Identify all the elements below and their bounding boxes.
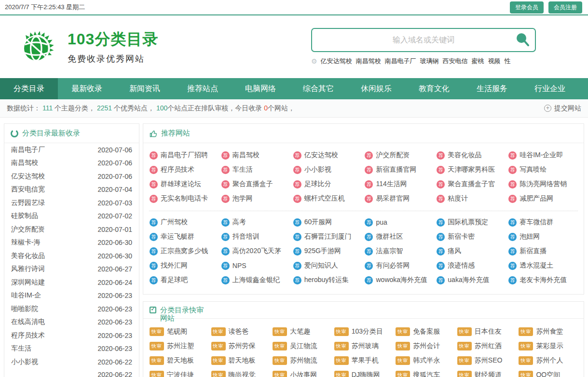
site-name[interactable]: 国际机票预定: [448, 218, 488, 227]
site-name[interactable]: 苏州会计: [413, 342, 440, 350]
fast-review-site-link[interactable]: 快审 苏州注塑: [148, 339, 210, 353]
fast-review-site-link[interactable]: 快审 日本住友: [456, 324, 518, 339]
list-item[interactable]: 哇谷IM-企 2020-06-23: [4, 289, 139, 303]
recommended-site-link[interactable]: 荐 石狮晋江到厦门: [292, 229, 364, 244]
hot-keyword-link[interactable]: 亿安达驾校: [321, 57, 352, 65]
recommended-site-link[interactable]: 荐 114生活网: [363, 177, 435, 191]
hot-keyword-link[interactable]: 南昌驾校: [356, 57, 381, 65]
site-name[interactable]: 南昌电子厂招聘: [161, 151, 208, 160]
hot-keyword-link[interactable]: 西安电信: [443, 57, 468, 65]
site-name[interactable]: 抖音培训: [232, 232, 260, 241]
site-name[interactable]: QQ空间: [536, 371, 560, 377]
site-name[interactable]: 苏州SEO: [475, 356, 503, 365]
site-name[interactable]: 美容化妆品: [448, 151, 481, 160]
site-name[interactable]: uaka海外充值: [448, 276, 489, 284]
site-name[interactable]: 南昌驾校: [11, 159, 38, 167]
site-name[interactable]: 新宿直播: [520, 247, 547, 256]
site-name[interactable]: 韩式半永: [413, 356, 440, 365]
site-name[interactable]: 日本住友: [475, 327, 502, 336]
recommended-site-link[interactable]: 荐 陈沩亮网络营销: [507, 177, 579, 191]
site-name[interactable]: 大笔趣: [290, 327, 310, 336]
submit-site-link[interactable]: + 提交网站: [544, 104, 581, 113]
site-name[interactable]: 天津哪家男科医: [448, 165, 495, 174]
hot-keyword-link[interactable]: 视频: [488, 57, 501, 65]
recommended-site-link[interactable]: 荐 有问必答网: [363, 258, 435, 273]
site-name[interactable]: 痛风: [448, 247, 461, 256]
site-name[interactable]: 莱彩显示: [536, 342, 563, 350]
fast-review-site-link[interactable]: 快审 103分类目: [333, 324, 395, 339]
recommended-site-link[interactable]: 荐 法嘉宗智: [363, 244, 435, 258]
recommended-site-link[interactable]: 荐 上海锻鑫金银纪: [220, 273, 292, 287]
list-item[interactable]: 风雅行诗词 2020-06-27: [4, 263, 139, 276]
nav-item[interactable]: 生活服务: [463, 78, 521, 99]
list-item[interactable]: 辣椒卡-海 2020-06-30: [4, 236, 139, 250]
recommended-site-link[interactable]: 荐 减肥产品网: [507, 191, 579, 206]
search-input[interactable]: [312, 29, 535, 51]
list-item[interactable]: 2020-06-22: [4, 369, 139, 377]
recommended-site-link[interactable]: 荐 925G手游网: [292, 244, 364, 258]
recommended-site-link[interactable]: 荐 亿安达驾校: [292, 148, 364, 162]
site-name[interactable]: 925G手游网: [304, 247, 341, 256]
recommended-site-link[interactable]: 荐 看足球吧: [148, 273, 220, 287]
site-name[interactable]: 螺杆式空压机: [304, 194, 345, 203]
fast-review-site-link[interactable]: 快审 苏州物流: [271, 353, 333, 368]
site-name[interactable]: 南昌驾校: [232, 151, 260, 160]
fast-review-site-link[interactable]: 快审 QQ空间: [517, 368, 579, 377]
site-name[interactable]: 南昌电子厂: [11, 146, 45, 154]
fast-review-site-link[interactable]: 快审 吴江物流: [271, 339, 333, 353]
recommended-site-link[interactable]: 荐 群雄球迷论坛: [148, 177, 220, 191]
site-name[interactable]: 程序员技术: [11, 331, 45, 340]
nav-item[interactable]: 新闻资讯: [116, 78, 174, 99]
site-name[interactable]: 苏州劳保: [229, 342, 256, 350]
site-name[interactable]: 赛车微信群: [520, 218, 553, 227]
list-item[interactable]: 南昌电子厂 2020-07-06: [4, 143, 139, 157]
site-name[interactable]: 聚合直播盒子官: [448, 180, 495, 188]
list-item[interactable]: 深圳网站建 2020-06-24: [4, 276, 139, 289]
site-name[interactable]: 苏州物流: [290, 356, 317, 365]
hot-keyword-link[interactable]: 玻璃钢: [420, 57, 439, 65]
recommended-site-link[interactable]: 荐 微群社区: [363, 229, 435, 244]
recommended-site-link[interactable]: 荐 易采群官网: [363, 191, 435, 206]
site-name[interactable]: 啪啪影院: [11, 305, 38, 313]
site-name[interactable]: 粘度计: [448, 194, 468, 203]
site-name[interactable]: 碧天地板: [167, 356, 194, 365]
site-name[interactable]: 搜狐汽车: [413, 371, 440, 377]
site-name[interactable]: 在线高清电: [11, 318, 45, 326]
recommended-site-link[interactable]: 荐 正宗燕窝多少钱: [148, 244, 220, 258]
recommended-site-link[interactable]: 荐 小小影视: [292, 162, 364, 177]
recommended-site-link[interactable]: 荐 herobuy转运集: [292, 273, 364, 287]
recommended-site-link[interactable]: 荐 螺杆式空压机: [292, 191, 364, 206]
site-name[interactable]: 石狮晋江到厦门: [304, 232, 352, 241]
hot-keyword-link[interactable]: 南昌电子厂: [385, 57, 416, 65]
site-name[interactable]: 泡妞网: [520, 232, 540, 241]
list-item[interactable]: 车生活 2020-06-23: [4, 342, 139, 356]
recommended-site-link[interactable]: 荐 高考: [220, 215, 292, 229]
site-name[interactable]: 小故事网: [290, 371, 317, 377]
site-name[interactable]: 哇谷IM-企业即: [520, 151, 563, 160]
fast-review-site-link[interactable]: 快审 DJ嗨嗨网: [333, 368, 395, 377]
site-name[interactable]: 正宗燕窝多少钱: [161, 247, 208, 256]
site-name[interactable]: 吴江物流: [290, 342, 317, 350]
list-item[interactable]: 美容化妆品 2020-06-30: [4, 249, 139, 263]
fast-review-site-link[interactable]: 快审 苹果手机: [333, 353, 395, 368]
site-name[interactable]: 云野园艺绿: [11, 199, 45, 207]
site-name[interactable]: 减肥产品网: [520, 194, 553, 203]
recommended-site-link[interactable]: 荐 新宿直播官网: [363, 162, 435, 177]
recommended-site-link[interactable]: 荐 爱问知识人: [292, 258, 364, 273]
site-name[interactable]: 车生活: [11, 344, 31, 353]
fast-review-site-link[interactable]: 快审 莱彩显示: [517, 339, 579, 353]
list-item[interactable]: 硅胶制品 2020-07-02: [4, 210, 139, 223]
site-name[interactable]: DJ嗨嗨网: [352, 371, 380, 377]
fast-review-site-link[interactable]: 快审 嗨尚视觉: [210, 368, 272, 377]
site-name[interactable]: 陈沩亮网络营销: [520, 180, 567, 188]
recommended-site-link[interactable]: 荐 泡妞网: [507, 229, 579, 244]
site-name[interactable]: 沪交所配资: [376, 151, 410, 160]
recommended-site-link[interactable]: 荐 新宿卡密: [435, 229, 507, 244]
site-name[interactable]: 无实名制电话卡: [161, 194, 208, 203]
recommended-site-link[interactable]: 荐 找外汇网: [148, 258, 220, 273]
site-name[interactable]: 老友卡海外充值: [520, 276, 567, 284]
site-name[interactable]: 有问必答网: [376, 261, 410, 270]
recommended-site-link[interactable]: 荐 赛车微信群: [507, 215, 579, 229]
site-name[interactable]: 新宿卡密: [448, 232, 475, 241]
recommended-site-link[interactable]: 荐 透水混凝土: [507, 258, 579, 273]
